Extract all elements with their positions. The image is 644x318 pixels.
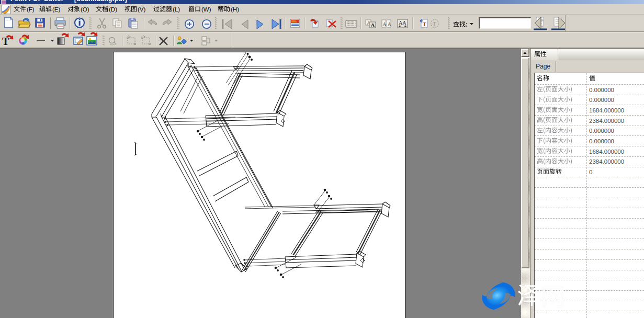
svg-text:A: A — [383, 21, 387, 27]
svg-text:T: T — [2, 36, 9, 47]
svg-text:0: 0 — [589, 169, 592, 175]
svg-text:T: T — [433, 21, 436, 27]
svg-text:2384.000000: 2384.000000 — [589, 118, 624, 124]
svg-text:0.000000: 0.000000 — [589, 138, 614, 144]
svg-text:AA: AA — [399, 20, 406, 26]
svg-text:T: T — [423, 21, 426, 27]
svg-text:0.000000: 0.000000 — [589, 97, 614, 103]
svg-text:(V): (V) — [138, 6, 146, 13]
svg-text:0.000000: 0.000000 — [589, 87, 614, 93]
svg-text:(D): (D) — [109, 6, 117, 13]
svg-text:1684.000000: 1684.000000 — [589, 107, 624, 113]
svg-text:Page: Page — [536, 63, 550, 70]
svg-text:(H): (H) — [231, 6, 239, 13]
svg-text:A: A — [388, 21, 391, 27]
svg-text:1684.000000: 1684.000000 — [589, 149, 624, 155]
svg-text:2384.000000: 2384.000000 — [589, 158, 624, 165]
svg-text:(F): (F) — [27, 6, 35, 13]
svg-text:A: A — [371, 22, 375, 28]
svg-text:(W): (W) — [201, 6, 211, 13]
svg-text:(L): (L) — [173, 6, 180, 13]
svg-text:(E): (E) — [52, 6, 61, 13]
svg-text:0.000000: 0.000000 — [589, 128, 614, 134]
svg-text:(O): (O) — [81, 6, 89, 13]
